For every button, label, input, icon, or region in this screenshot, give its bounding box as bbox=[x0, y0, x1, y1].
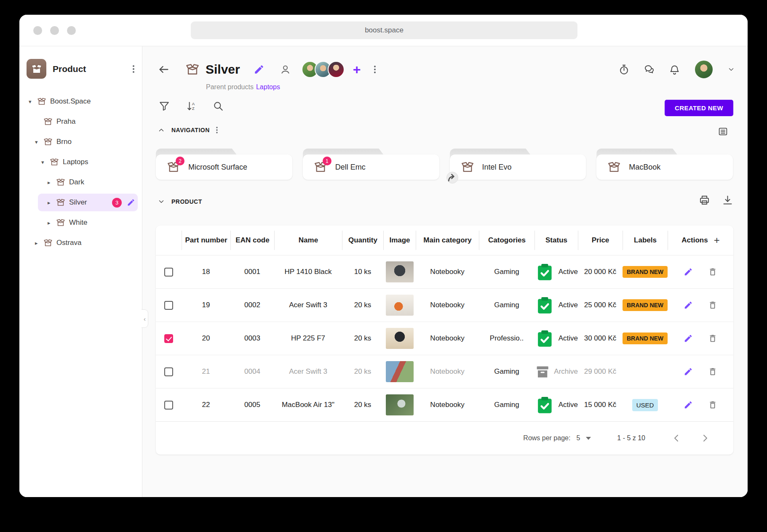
add-column-button[interactable]: + bbox=[714, 235, 720, 245]
labels-cell: BRAND NEW bbox=[623, 332, 668, 344]
parent-products-link[interactable]: Laptops bbox=[256, 83, 280, 90]
row-checkbox-checked[interactable] bbox=[164, 334, 173, 343]
sidebar-item-ostrava[interactable]: ▸Ostrava bbox=[19, 233, 142, 253]
row-checkbox[interactable] bbox=[164, 401, 173, 410]
name-cell: HP 225 F7 bbox=[274, 334, 342, 343]
current-user-avatar[interactable] bbox=[694, 60, 714, 79]
rows-per-page-select[interactable]: Rows per page: 5 bbox=[523, 434, 591, 442]
edit-pencil-icon[interactable] bbox=[127, 198, 135, 207]
list-toolbar bbox=[158, 100, 224, 112]
column-header-image: Image bbox=[383, 231, 416, 250]
ean-code-cell: 0001 bbox=[230, 268, 274, 276]
page-header: Silver + bbox=[158, 57, 376, 82]
sort-az-icon[interactable] bbox=[185, 100, 197, 112]
caret-down-icon[interactable]: ▾ bbox=[35, 139, 43, 145]
quantity-cell: 20 ks bbox=[342, 401, 383, 409]
sidebar-item-brno[interactable]: ▾Brno bbox=[19, 132, 142, 152]
delete-row-icon[interactable] bbox=[708, 301, 717, 310]
back-button[interactable] bbox=[158, 63, 170, 76]
edit-row-icon[interactable] bbox=[684, 334, 693, 343]
row-checkbox[interactable] bbox=[164, 268, 173, 277]
navigation-section-header: NAVIGATION bbox=[158, 126, 218, 134]
next-page-button[interactable] bbox=[700, 433, 710, 443]
download-icon[interactable] bbox=[722, 194, 733, 206]
close-window-button[interactable] bbox=[33, 26, 42, 35]
parent-products-label: Parent products bbox=[206, 83, 254, 90]
edit-title-button[interactable] bbox=[254, 64, 265, 75]
table-row[interactable]: 190002Acer Swift 320 ksNotebookyGamingAc… bbox=[156, 288, 733, 322]
actions-cell bbox=[668, 367, 733, 376]
member-avatars bbox=[302, 61, 345, 78]
caret-right-icon[interactable]: ▸ bbox=[35, 240, 43, 246]
edit-row-icon[interactable] bbox=[684, 267, 693, 277]
sidebar-item-dark[interactable]: ▸Dark bbox=[19, 172, 142, 192]
label-pill: USED bbox=[632, 399, 658, 411]
caret-down-icon[interactable]: ▾ bbox=[29, 98, 37, 105]
column-header-part-number: Part number bbox=[182, 231, 230, 250]
address-bar[interactable]: boost.space bbox=[191, 21, 577, 39]
price-cell: 25 000 Kč bbox=[578, 301, 623, 309]
navigation-kebab-menu[interactable] bbox=[216, 127, 217, 133]
image-cell bbox=[383, 261, 416, 282]
search-icon[interactable] bbox=[212, 100, 224, 112]
sidebar-item-label: Laptops bbox=[63, 158, 88, 166]
sidebar-item-boost-space[interactable]: ▾Boost.Space bbox=[19, 91, 142, 112]
sidebar-item-white[interactable]: ▸White bbox=[19, 213, 142, 233]
notifications-bell-icon[interactable] bbox=[669, 64, 680, 75]
caret-right-icon[interactable]: ▸ bbox=[48, 200, 56, 206]
box-icon bbox=[37, 97, 46, 106]
delete-row-icon[interactable] bbox=[708, 334, 717, 343]
chat-icon[interactable] bbox=[644, 64, 655, 75]
delete-row-icon[interactable] bbox=[708, 267, 717, 277]
nav-card-macbook[interactable]: MacBook bbox=[596, 149, 733, 180]
row-checkbox[interactable] bbox=[164, 301, 173, 310]
nav-card-microsoft-surface[interactable]: 2Microsoft Surface bbox=[156, 149, 292, 180]
collapse-product-chevron[interactable] bbox=[158, 198, 165, 205]
share-arrow-icon[interactable] bbox=[446, 172, 458, 184]
avatar[interactable] bbox=[328, 61, 345, 78]
table-row[interactable]: 210004Acer Swift 320 ksNotebookyGamingAr… bbox=[156, 355, 733, 388]
sidebar-item-silver[interactable]: ▸Silver3 bbox=[19, 192, 142, 213]
maximize-window-button[interactable] bbox=[67, 26, 76, 35]
sidebar-kebab-menu[interactable] bbox=[133, 65, 134, 73]
add-member-button[interactable]: + bbox=[353, 63, 361, 76]
table-row[interactable]: 180001HP 1410 Black10 ksNotebookyGamingA… bbox=[156, 255, 733, 288]
nav-card-dell-emc[interactable]: 1Dell Emc bbox=[303, 149, 439, 180]
account-chevron-down-icon[interactable] bbox=[727, 66, 735, 73]
caret-right-icon[interactable]: ▸ bbox=[48, 179, 56, 186]
edit-row-icon[interactable] bbox=[684, 301, 693, 310]
view-list-icon[interactable] bbox=[718, 126, 728, 137]
box-icon bbox=[607, 160, 621, 174]
ean-code-cell: 0005 bbox=[230, 401, 274, 409]
labels-cell: BRAND NEW bbox=[623, 299, 668, 311]
sidebar-item-extras: 3 bbox=[112, 198, 135, 207]
sidebar-item-label: Praha bbox=[56, 117, 75, 126]
sidebar-item-praha[interactable]: Praha bbox=[19, 112, 142, 132]
delete-row-icon[interactable] bbox=[708, 400, 717, 410]
sidebar-collapse-handle[interactable]: ‹ bbox=[142, 309, 148, 328]
collapse-navigation-chevron[interactable] bbox=[158, 126, 165, 134]
created-new-button[interactable]: CREATED NEW bbox=[665, 100, 733, 116]
edit-row-icon[interactable] bbox=[684, 367, 693, 376]
nav-card-label: Dell Emc bbox=[335, 163, 366, 172]
categories-cell: Gaming bbox=[479, 301, 534, 309]
caret-right-icon[interactable]: ▸ bbox=[48, 220, 56, 226]
row-checkbox[interactable] bbox=[164, 367, 173, 376]
page-kebab-menu[interactable] bbox=[374, 66, 376, 73]
delete-row-icon[interactable] bbox=[708, 367, 717, 376]
timer-icon[interactable] bbox=[618, 64, 630, 75]
nav-card-intel-evo[interactable]: Intel Evo bbox=[450, 149, 586, 180]
caret-down-icon[interactable]: ▾ bbox=[41, 159, 50, 165]
edit-row-icon[interactable] bbox=[684, 400, 693, 410]
sidebar-item-label: Boost.Space bbox=[50, 97, 91, 106]
assignee-icon[interactable] bbox=[280, 64, 291, 75]
table-row[interactable]: 220005MacBook Air 13"20 ksNotebookyGamin… bbox=[156, 388, 733, 421]
name-cell: HP 1410 Black bbox=[274, 268, 342, 276]
minimize-window-button[interactable] bbox=[50, 26, 59, 35]
sidebar-item-laptops[interactable]: ▾Laptops bbox=[19, 152, 142, 172]
print-icon[interactable] bbox=[699, 194, 710, 206]
filter-icon[interactable] bbox=[158, 100, 170, 112]
table-row[interactable]: 200003HP 225 F720 ksNotebookyProfessio..… bbox=[156, 322, 733, 355]
main-category-cell: Notebooky bbox=[416, 334, 479, 343]
previous-page-button[interactable] bbox=[671, 433, 681, 443]
